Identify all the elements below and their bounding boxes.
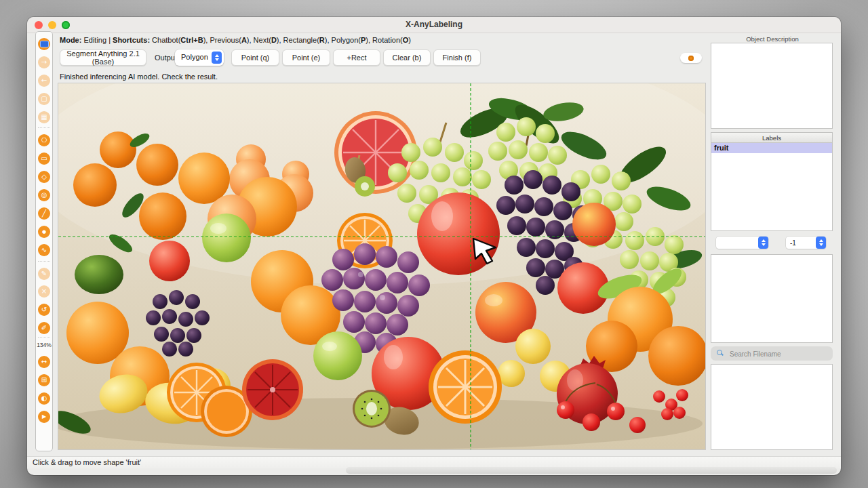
label-item-fruit[interactable]: fruit [711, 143, 832, 153]
point-tool-icon[interactable]: ● [38, 226, 50, 238]
dropdown-stepper-icon[interactable] [212, 52, 222, 64]
model-select-button[interactable]: Segment Anything 2.1 (Base) [60, 49, 146, 66]
next-image-icon[interactable]: → [38, 56, 50, 68]
line-strip-tool-icon[interactable]: ∿ [38, 244, 50, 256]
line-tool-icon[interactable]: ╱ [38, 207, 50, 220]
rotated-box-tool-icon[interactable]: ◇ [38, 171, 50, 183]
tool-sidebar: → ← ▢ ▦ ⎔ ▭ ◇ ◎ ╱ ● ∿ ✎ × ↺ ✐ 134% ↔ ⊞ ◐… [35, 31, 53, 451]
chatbot-icon[interactable] [38, 38, 50, 50]
delete-file-icon[interactable]: ▦ [38, 111, 50, 123]
file-list-box[interactable] [711, 364, 833, 450]
difficult-spinner[interactable] [786, 237, 826, 249]
window-title: X-AnyLabeling [27, 20, 841, 29]
output-dropdown[interactable]: Polygon [175, 49, 224, 66]
delete-shape-icon[interactable]: × [38, 285, 50, 298]
run-model-icon[interactable]: ▶ [38, 411, 50, 423]
search-filename-input[interactable] [728, 348, 826, 359]
record-dot-icon [688, 56, 694, 61]
chatbot-glyph [40, 41, 49, 47]
divider [38, 337, 50, 338]
group-id-input[interactable] [719, 237, 753, 248]
desktop: { "window": { "title": "X-AnyLabeling" }… [0, 0, 868, 488]
undo-icon[interactable]: ↺ [38, 304, 50, 316]
search-icon [717, 350, 722, 355]
mode-shortcuts-text: Mode: Editing | Shortcuts: Chatbot(Ctrl+… [60, 36, 411, 44]
finish-button[interactable]: Finish (f) [433, 49, 481, 66]
circle-tool-icon[interactable]: ◎ [38, 189, 50, 201]
output-dropdown-value: Polygon [181, 53, 208, 61]
window-bottom-edge [346, 467, 837, 474]
title-bar: X-AnyLabeling [27, 17, 841, 33]
edit-shape-icon[interactable]: ✎ [38, 268, 50, 280]
fit-width-icon[interactable]: ↔ [38, 356, 50, 368]
point-negative-button[interactable]: Point (e) [282, 49, 330, 66]
spinner-stepper-icon[interactable] [816, 237, 826, 249]
inference-status-text: Finished inferencing AI model. Check the… [60, 73, 218, 81]
group-id-spinner[interactable] [716, 237, 768, 249]
divider [38, 261, 50, 262]
spinner-stepper-icon[interactable] [758, 237, 768, 249]
image-canvas[interactable] [58, 83, 705, 449]
zoom-level: 134% [36, 342, 52, 348]
search-filename-field[interactable] [711, 346, 833, 361]
labels-header: Labels [711, 132, 833, 143]
polygon-tool-icon[interactable]: ⎔ [38, 134, 50, 146]
divider [38, 127, 50, 128]
fill-color-icon[interactable]: ✐ [38, 322, 50, 334]
brightness-contrast-icon[interactable]: ◐ [38, 392, 50, 405]
save-icon[interactable]: ▢ [38, 93, 50, 105]
clear-button[interactable]: Clear (b) [383, 49, 431, 66]
flags-box[interactable] [711, 254, 833, 343]
model-status-toggle[interactable] [680, 53, 702, 63]
fruit-image[interactable] [58, 83, 705, 449]
fit-window-icon[interactable]: ⊞ [38, 374, 50, 386]
output-label: Output [155, 54, 177, 62]
point-positive-button[interactable]: Point (q) [231, 49, 279, 66]
object-description-box[interactable] [711, 43, 833, 129]
labels-list[interactable]: fruit [711, 143, 833, 231]
status-bar-text: Click & drag to move shape 'fruit' [33, 458, 141, 466]
add-rect-button[interactable]: +Rect [333, 49, 380, 66]
rectangle-tool-icon[interactable]: ▭ [38, 152, 50, 165]
difficult-input[interactable] [789, 237, 815, 248]
prev-image-icon[interactable]: ← [38, 75, 50, 87]
object-description-title: Object Description [709, 35, 835, 43]
app-window: X-AnyLabeling Mode: Editing | Shortcuts:… [27, 17, 841, 475]
